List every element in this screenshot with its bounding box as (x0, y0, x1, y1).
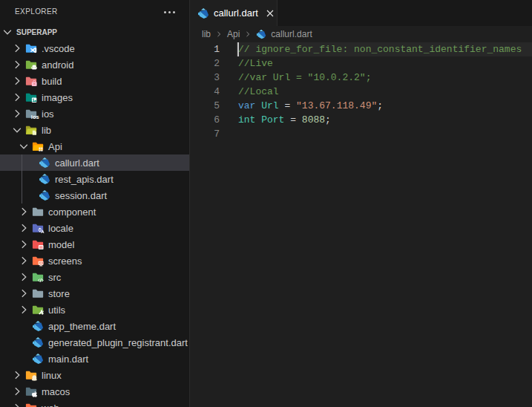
svg-text:ios: ios (31, 114, 39, 120)
